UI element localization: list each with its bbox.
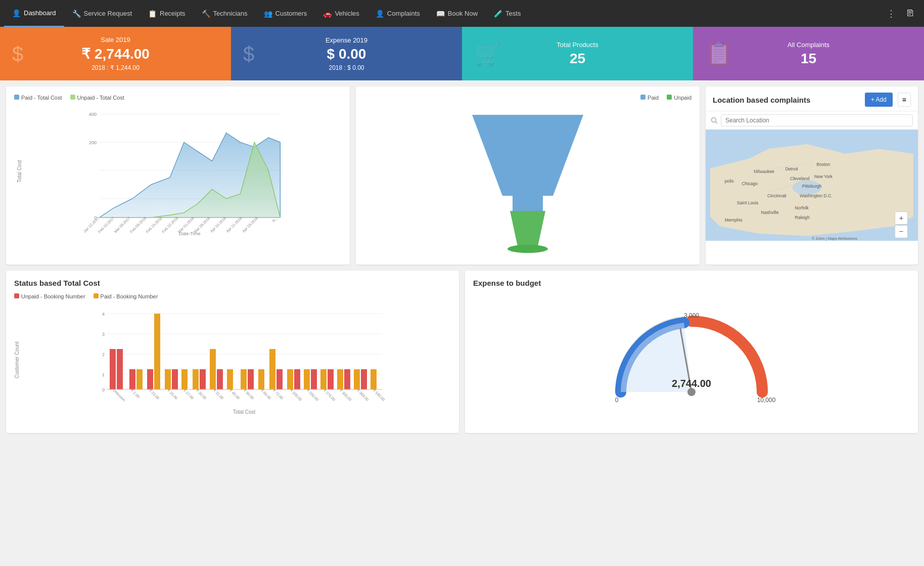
technicians-icon: 🔨 xyxy=(202,10,210,18)
svg-text:3: 3 xyxy=(102,332,105,337)
svg-rect-22 xyxy=(513,196,543,211)
dashboard-icon: 👤 xyxy=(12,9,21,17)
status-legend: Unpaid - Booking Number Paid - Booking N… xyxy=(14,293,451,299)
area-chart-svg-wrap: 400 200 0 xyxy=(26,105,342,238)
nav-tests[interactable]: 🧪 Tests xyxy=(486,0,529,27)
status-legend-unpaid: Unpaid - Booking Number xyxy=(14,293,85,299)
svg-text:₹ 90.00: ₹ 90.00 xyxy=(243,388,255,401)
bottom-row: Status based Total Cost Unpaid - Booking… xyxy=(0,271,924,439)
svg-rect-86 xyxy=(354,369,360,389)
complaints-value: 15 xyxy=(788,51,829,67)
sale-icon: $ xyxy=(12,42,23,65)
svg-text:Cincinnati: Cincinnati xyxy=(767,193,787,198)
svg-text:Pittsburgh: Pittsburgh xyxy=(802,184,822,189)
svg-rect-68 xyxy=(193,369,199,389)
svg-text:₹ 66.00: ₹ 66.00 xyxy=(260,388,272,401)
location-search-input[interactable] xyxy=(721,114,913,126)
svg-text:Boston: Boston xyxy=(817,162,830,167)
svg-text:₹ 23.00: ₹ 23.00 xyxy=(148,388,161,401)
expense-icon: $ xyxy=(243,42,254,65)
products-icon: 🛒 xyxy=(474,40,502,67)
status-chart-title: Status based Total Cost xyxy=(14,279,451,287)
main-content: Paid - Total Cost Unpaid - Total Cost To… xyxy=(0,80,924,271)
svg-line-25 xyxy=(716,122,718,124)
svg-text:+: + xyxy=(899,213,903,222)
map-card-header: Location based complaints + Add ≡ xyxy=(706,86,918,111)
nav-user[interactable]: 🖹 xyxy=(901,8,920,19)
svg-text:4: 4 xyxy=(102,312,105,317)
svg-text:Feb 15,2018: Feb 15,2018 xyxy=(145,216,163,234)
svg-text:₹ 540.00: ₹ 540.00 xyxy=(372,388,386,402)
nav-vehicles[interactable]: 🚗 Vehicles xyxy=(315,0,367,27)
svg-rect-66 xyxy=(172,369,178,389)
svg-text:Feb 09,2018: Feb 09,2018 xyxy=(129,216,147,234)
svg-text:₹ 250.00: ₹ 250.00 xyxy=(306,388,320,402)
area-legend: Paid - Total Cost Unpaid - Total Cost xyxy=(14,95,342,101)
nav-customers[interactable]: 👥 Customers xyxy=(256,0,315,27)
svg-text:Feb 22,2018: Feb 22,2018 xyxy=(161,216,179,234)
nav-more[interactable]: ⋮ xyxy=(882,8,901,19)
nav-complaints[interactable]: 👤 Complaints xyxy=(367,0,428,27)
add-button[interactable]: + Add xyxy=(865,93,893,107)
map-menu-button[interactable]: ≡ xyxy=(898,93,911,107)
svg-text:Chicago: Chicago xyxy=(742,181,758,186)
budget-chart-card: Expense to budget xyxy=(465,271,918,433)
funnel-legend-paid: Paid xyxy=(640,95,659,101)
nav-booknow[interactable]: 📖 Book Now xyxy=(428,0,486,27)
sale-label: Sale 2019 xyxy=(81,36,150,43)
nav-technicians[interactable]: 🔨 Technicians xyxy=(194,0,256,27)
legend-unpaid: Unpaid - Total Cost xyxy=(70,95,124,101)
svg-text:Total Cost: Total Cost xyxy=(233,409,256,415)
status-bar-svg: 4 3 2 1 0 xyxy=(25,303,451,415)
nav-receipts[interactable]: 📋 Receipts xyxy=(140,0,194,27)
svg-text:Washington D.C.: Washington D.C. xyxy=(800,193,833,198)
svg-rect-87 xyxy=(361,369,367,389)
gauge-container: 0 3,000 10,000 2,744.00 xyxy=(473,293,910,425)
svg-text:10,000: 10,000 xyxy=(757,397,776,404)
area-chart-card: Paid - Total Cost Unpaid - Total Cost To… xyxy=(6,86,350,265)
tests-icon: 🧪 xyxy=(494,10,502,18)
sale-value: ₹ 2,744.00 xyxy=(81,46,150,62)
map-search-area xyxy=(706,111,918,129)
nav-service-request[interactable]: 🔧 Service Request xyxy=(64,0,140,27)
svg-text:Feb 22,2017: Feb 22,2017 xyxy=(97,216,115,234)
svg-text:Raleigh: Raleigh xyxy=(795,215,810,220)
complaints-icon: 👤 xyxy=(376,10,384,18)
stat-sale: $ Sale 2019 ₹ 2,744.00 2018 : ₹ 1,244.00 xyxy=(0,27,231,80)
funnel-legend: Paid Unpaid xyxy=(364,95,691,101)
search-icon xyxy=(711,117,718,124)
service-icon: 🔧 xyxy=(72,10,81,18)
svg-text:−: − xyxy=(899,227,903,236)
nav-dashboard[interactable]: 👤 Dashboard xyxy=(4,0,64,27)
svg-rect-84 xyxy=(337,369,343,389)
sale-sub: 2018 : ₹ 1,244.00 xyxy=(81,64,150,71)
svg-text:2,744.00: 2,744.00 xyxy=(672,378,711,389)
svg-rect-78 xyxy=(287,369,293,389)
svg-text:₹ 275.00: ₹ 275.00 xyxy=(322,388,337,402)
svg-rect-64 xyxy=(154,314,160,389)
map-svg: polis Milwaukee Chicago Detroit Clevelan… xyxy=(706,129,918,241)
svg-rect-73 xyxy=(241,369,247,389)
svg-point-24 xyxy=(712,118,716,122)
svg-rect-72 xyxy=(227,369,233,389)
svg-rect-79 xyxy=(294,369,300,389)
complaints-stat-icon: 📋 xyxy=(705,40,733,67)
svg-text:0: 0 xyxy=(615,397,619,404)
svg-rect-63 xyxy=(147,369,153,389)
svg-rect-85 xyxy=(344,369,350,389)
funnel-svg xyxy=(462,105,593,256)
svg-text:New York: New York xyxy=(814,174,833,179)
status-chart-card: Status based Total Cost Unpaid - Booking… xyxy=(6,271,459,433)
map-header-actions: + Add ≡ xyxy=(865,93,911,107)
gauge-svg: 0 3,000 10,000 2,744.00 xyxy=(606,303,777,415)
svg-text:Saint Louis: Saint Louis xyxy=(737,200,759,205)
customers-icon: 👥 xyxy=(264,10,272,18)
svg-text:2: 2 xyxy=(102,352,105,357)
svg-text:Norfolk: Norfolk xyxy=(795,205,809,210)
expense-value: $ 0.00 xyxy=(326,46,367,62)
svg-text:© Zoho | Maps Attributions: © Zoho | Maps Attributions xyxy=(812,236,857,241)
stat-complaints: 📋 All Complaints 15 xyxy=(693,27,924,80)
svg-rect-75 xyxy=(258,369,264,389)
booknow-icon: 📖 xyxy=(436,10,445,18)
svg-rect-81 xyxy=(311,369,317,389)
